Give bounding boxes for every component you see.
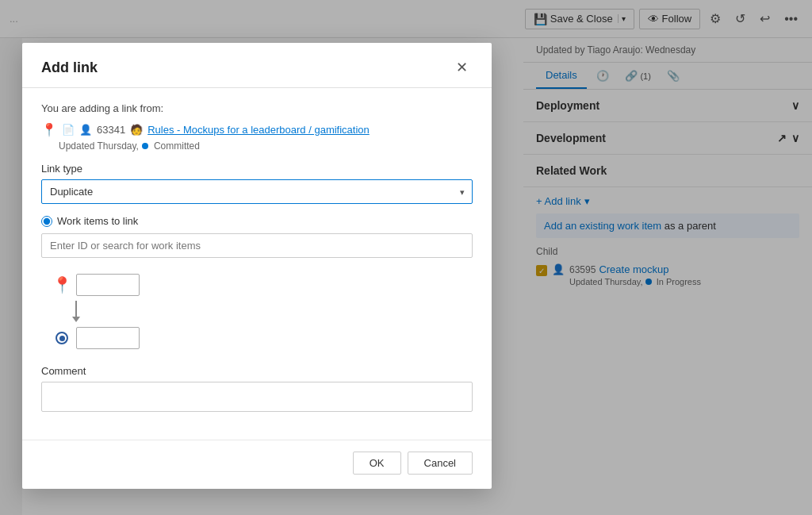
ok-button[interactable]: OK bbox=[353, 452, 401, 475]
link-type-select-wrapper: Duplicate Child Parent Related Successor… bbox=[41, 179, 473, 204]
dialog-body: You are adding a link from: 📍 📄 👤 63341 … bbox=[22, 88, 492, 440]
link-type-group: Link type Duplicate Child Parent Related… bbox=[41, 163, 473, 204]
diagram-source-item: 📍 bbox=[48, 271, 140, 299]
source-doc-icon: 📄 bbox=[62, 124, 75, 136]
link-from-label: You are adding a link from: bbox=[41, 102, 473, 114]
source-meta: Updated Thursday, Committed bbox=[59, 140, 473, 152]
work-items-search-input[interactable] bbox=[41, 233, 473, 258]
source-work-item: 📍 📄 👤 63341 🧑 Rules - Mockups for a lead… bbox=[41, 122, 473, 137]
comment-input[interactable] bbox=[41, 382, 473, 412]
add-link-dialog: Add link ✕ You are adding a link from: 📍… bbox=[22, 43, 492, 489]
diagram-source-box bbox=[76, 274, 140, 296]
dialog-close-button[interactable]: ✕ bbox=[451, 57, 473, 78]
dialog-footer: OK Cancel bbox=[22, 440, 492, 489]
comment-group: Comment bbox=[41, 365, 473, 414]
source-emoji-icon: 🧑 bbox=[130, 124, 143, 136]
work-items-radio-label: Work items to link bbox=[41, 215, 473, 227]
diagram-target-box bbox=[76, 327, 140, 349]
cancel-button[interactable]: Cancel bbox=[408, 452, 473, 475]
diagram-target-icon bbox=[48, 324, 76, 352]
work-items-radio[interactable] bbox=[41, 216, 52, 227]
work-items-group: Work items to link bbox=[41, 215, 473, 258]
diagram-pin-icon: 📍 bbox=[48, 271, 76, 299]
comment-label: Comment bbox=[41, 365, 473, 377]
link-type-select[interactable]: Duplicate Child Parent Related Successor… bbox=[41, 179, 473, 204]
link-diagram: 📍 bbox=[41, 271, 473, 352]
link-type-label: Link type bbox=[41, 163, 473, 175]
source-location-icon: 📍 bbox=[41, 122, 57, 137]
dialog-title: Add link bbox=[41, 60, 98, 76]
dialog-header: Add link ✕ bbox=[22, 43, 492, 88]
diagram-arrow bbox=[62, 301, 90, 322]
source-status-dot bbox=[142, 143, 148, 149]
diagram-target-item bbox=[48, 324, 140, 352]
source-status: Committed bbox=[154, 140, 200, 152]
source-title-link[interactable]: Rules - Mockups for a leaderboard / gami… bbox=[147, 124, 370, 136]
close-icon: ✕ bbox=[456, 60, 468, 75]
work-items-label: Work items to link bbox=[57, 215, 138, 227]
source-person-icon: 👤 bbox=[79, 124, 92, 136]
source-id: 63341 bbox=[97, 124, 125, 136]
